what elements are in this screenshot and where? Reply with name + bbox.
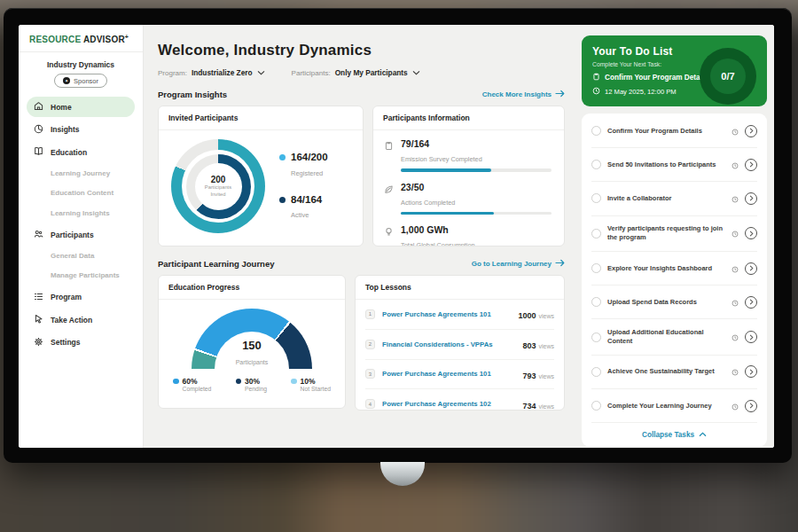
sponsor-badge: ✦ Sponsor bbox=[54, 74, 107, 88]
card-title: Top Lessons bbox=[356, 276, 564, 300]
sidebar-item-label: Participants bbox=[51, 231, 94, 239]
legend-registered: 164/200Registered bbox=[279, 152, 328, 179]
sidebar-item-home[interactable]: Home bbox=[27, 97, 135, 117]
rank-badge: 3 bbox=[365, 369, 375, 379]
learning-journey-header: Participant Learning Journey Go to Learn… bbox=[158, 259, 565, 269]
task-chevron-button[interactable] bbox=[745, 227, 757, 239]
task-chevron-button[interactable] bbox=[745, 125, 757, 137]
lesson-link[interactable]: Power Purchase Agreements 101 bbox=[382, 370, 515, 378]
sidebar-item-manage-participants[interactable]: Manage Participants bbox=[27, 267, 135, 284]
views-count: 793views bbox=[522, 366, 554, 382]
logo-advisor: ADVISOR bbox=[83, 35, 125, 44]
card-title: Education Progress bbox=[159, 276, 345, 300]
sidebar-item-insights[interactable]: Insights bbox=[27, 120, 135, 140]
legend-pending: 30% Pending bbox=[236, 377, 267, 392]
lesson-link[interactable]: Financial Considerations - VPPAs bbox=[382, 340, 515, 348]
education-progress-card: Education Progress 150 Participants bbox=[158, 275, 346, 409]
info-row-emission-survey: 79/164 Emission Survey Completed bbox=[384, 138, 553, 172]
task-checkbox[interactable] bbox=[591, 193, 601, 203]
arrow-right-icon bbox=[555, 90, 565, 99]
task-chevron-button[interactable] bbox=[745, 262, 757, 275]
lesson-row: 3 Power Purchase Agreements 101 793views bbox=[365, 360, 554, 390]
card-title: Participants Information bbox=[373, 106, 564, 130]
sidebar-item-label: Take Action bbox=[51, 316, 92, 325]
chevron-up-icon bbox=[699, 431, 707, 439]
task-chevron-button[interactable] bbox=[745, 365, 757, 378]
task-chevron-button[interactable] bbox=[745, 400, 757, 412]
sidebar-item-label: Learning Insights bbox=[51, 209, 110, 217]
clock-icon bbox=[732, 191, 739, 207]
participants-information-card: Participants Information 79/164 Emission… bbox=[372, 106, 565, 246]
participants-select[interactable]: Participants: Only My Participants bbox=[292, 68, 420, 77]
lesson-row: 4 Power Purchase Agreements 102 734views bbox=[365, 389, 554, 411]
sidebar-item-learning-insights[interactable]: Learning Insights bbox=[27, 205, 135, 222]
clock-icon bbox=[732, 398, 739, 414]
go-to-learning-journey-link[interactable]: Go to Learning Journey bbox=[472, 259, 565, 269]
pie-chart-icon bbox=[34, 124, 43, 136]
task-chevron-button[interactable] bbox=[745, 192, 757, 205]
home-icon bbox=[34, 101, 43, 113]
sidebar-item-label: Education Content bbox=[51, 189, 113, 197]
task-chevron-button[interactable] bbox=[745, 159, 757, 171]
filter-bar: Program: Industrialize Zero Participants… bbox=[158, 68, 565, 77]
program-select[interactable]: Program: Industrialize Zero bbox=[158, 68, 265, 77]
task-chevron-button[interactable] bbox=[745, 331, 757, 343]
card-title: Invited Participants bbox=[159, 106, 363, 130]
task-row: Send 50 Invitations to Participants bbox=[591, 148, 757, 182]
clock-icon bbox=[732, 225, 739, 241]
page-title: Welcome, Industry Dynamics bbox=[158, 42, 565, 59]
sidebar-item-general-data[interactable]: General Data bbox=[27, 247, 135, 264]
gear-icon bbox=[34, 337, 43, 348]
sidebar-item-label: Program bbox=[51, 293, 82, 301]
app-logo: RESOURCE ADVISOR+ bbox=[19, 34, 143, 52]
next-task: Confirm Your Program Details bbox=[592, 73, 715, 82]
sidebar-item-program[interactable]: Program bbox=[27, 287, 135, 308]
program-select-value: Industrialize Zero bbox=[192, 68, 253, 77]
sidebar-item-label: Education bbox=[51, 148, 87, 157]
sponsor-badge-label: Sponsor bbox=[74, 77, 98, 85]
sidebar-item-take-action[interactable]: Take Action bbox=[27, 309, 135, 330]
progress-bar bbox=[401, 168, 552, 172]
invited-participants-card: Invited Participants 200 ParticipantsInv… bbox=[158, 106, 364, 246]
task-chevron-button[interactable] bbox=[745, 296, 757, 309]
legend-dot bbox=[279, 197, 286, 203]
clock-icon bbox=[732, 157, 739, 173]
task-checkbox[interactable] bbox=[591, 160, 601, 169]
task-checkbox[interactable] bbox=[591, 332, 601, 342]
survey-icon bbox=[384, 138, 394, 172]
top-lessons-card: Top Lessons 1 Power Purchase Agreements … bbox=[355, 275, 565, 411]
task-checkbox[interactable] bbox=[591, 367, 601, 377]
clock-icon bbox=[732, 261, 739, 277]
lesson-link[interactable]: Power Purchase Agreements 101 bbox=[382, 310, 511, 318]
check-more-insights-link[interactable]: Check More Insights bbox=[482, 90, 565, 99]
clock-icon bbox=[732, 364, 739, 379]
collapse-tasks-link[interactable]: Collapse Tasks bbox=[591, 423, 757, 447]
logo-resource: RESOURCE bbox=[29, 35, 81, 44]
sidebar-item-education-content[interactable]: Education Content bbox=[27, 184, 135, 201]
people-icon bbox=[34, 229, 43, 240]
lesson-link[interactable]: Power Purchase Agreements 102 bbox=[382, 400, 515, 408]
task-checkbox[interactable] bbox=[591, 229, 601, 239]
sidebar-item-education[interactable]: Education bbox=[27, 142, 135, 162]
task-checkbox[interactable] bbox=[591, 126, 601, 136]
participants-select-value: Only My Participants bbox=[335, 68, 408, 77]
lesson-row: 2 Financial Considerations - VPPAs 803vi… bbox=[365, 330, 554, 360]
sidebar-item-settings[interactable]: Settings bbox=[27, 332, 135, 353]
gauge-center-value: 150 bbox=[192, 340, 312, 352]
sidebar-item-participants[interactable]: Participants bbox=[27, 224, 135, 245]
lesson-row: 1 Power Purchase Agreements 101 1000view… bbox=[365, 300, 554, 330]
sidebar-item-label: Learning Journey bbox=[51, 169, 110, 177]
sidebar-item-label: Home bbox=[51, 103, 72, 112]
stage: RESOURCE ADVISOR+ Industry Dynamics ✦ Sp… bbox=[0, 0, 798, 532]
task-checkbox[interactable] bbox=[591, 297, 601, 307]
task-checkbox[interactable] bbox=[591, 263, 601, 273]
task-checkbox[interactable] bbox=[591, 401, 601, 411]
clock-icon bbox=[732, 294, 739, 310]
sidebar-item-label: Manage Participants bbox=[51, 271, 120, 279]
rank-badge: 2 bbox=[365, 340, 375, 349]
section-title: Program Insights bbox=[158, 90, 227, 99]
info-row-consumption: 1,000 GWh Total Global Consumption bbox=[384, 224, 553, 246]
sidebar-item-learning-journey[interactable]: Learning Journey bbox=[27, 165, 135, 182]
clock-icon bbox=[592, 87, 600, 97]
task-row: Verify participants requesting to join t… bbox=[591, 216, 757, 252]
